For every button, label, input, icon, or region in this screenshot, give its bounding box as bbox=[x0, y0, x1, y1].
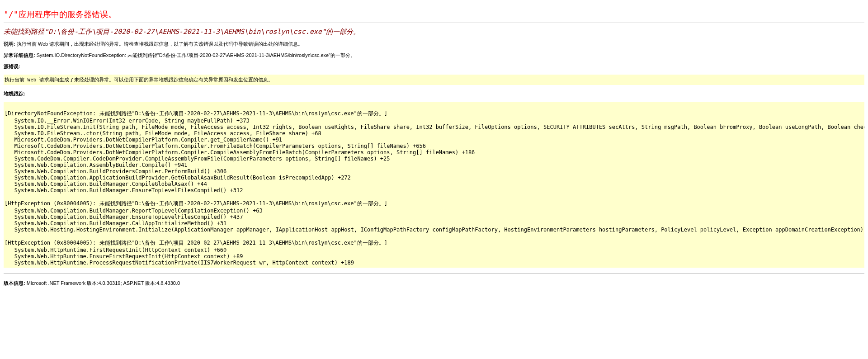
divider bbox=[4, 23, 864, 23]
source-error-label-row: 源错误: bbox=[4, 63, 864, 70]
description-label: 说明: bbox=[4, 41, 17, 47]
stack-trace-label-row: 堆栈跟踪: bbox=[4, 90, 864, 97]
stack-trace-label: 堆栈跟踪: bbox=[4, 91, 25, 96]
stack-trace-text: [DirectoryNotFoundException: 未能找到路径"D:\备… bbox=[5, 104, 864, 266]
version-row: 版本信息: Microsoft .NET Framework 版本:4.0.30… bbox=[4, 280, 864, 287]
error-subtitle: 未能找到路径"D:\备份-工作\项目-2020-02-27\AEHMS-2021… bbox=[4, 28, 864, 36]
version-text: Microsoft .NET Framework 版本:4.0.30319; A… bbox=[27, 280, 180, 286]
description-row: 说明: 执行当前 Web 请求期间，出现未经处理的异常。请检查堆栈跟踪信息，以了… bbox=[4, 41, 864, 47]
stack-trace-block: [DirectoryNotFoundException: 未能找到路径"D:\备… bbox=[4, 102, 864, 268]
page-title: "/"应用程序中的服务器错误。 bbox=[4, 9, 864, 20]
divider-bottom bbox=[4, 273, 864, 274]
description-text: 执行当前 Web 请求期间，出现未经处理的异常。请检查堆栈跟踪信息，以了解有关该… bbox=[17, 41, 303, 47]
exception-text: System.IO.DirectoryNotFoundException: 未能… bbox=[37, 52, 355, 58]
version-label: 版本信息: bbox=[4, 280, 27, 286]
exception-label: 异常详细信息: bbox=[4, 52, 37, 58]
source-error-block: 执行当前 Web 请求期间生成了未经处理的异常。可以使用下面的异常堆栈跟踪信息确… bbox=[4, 75, 864, 85]
exception-row: 异常详细信息: System.IO.DirectoryNotFoundExcep… bbox=[4, 52, 864, 59]
source-error-text: 执行当前 Web 请求期间生成了未经处理的异常。可以使用下面的异常堆栈跟踪信息确… bbox=[5, 77, 273, 83]
source-error-label: 源错误: bbox=[4, 64, 20, 69]
